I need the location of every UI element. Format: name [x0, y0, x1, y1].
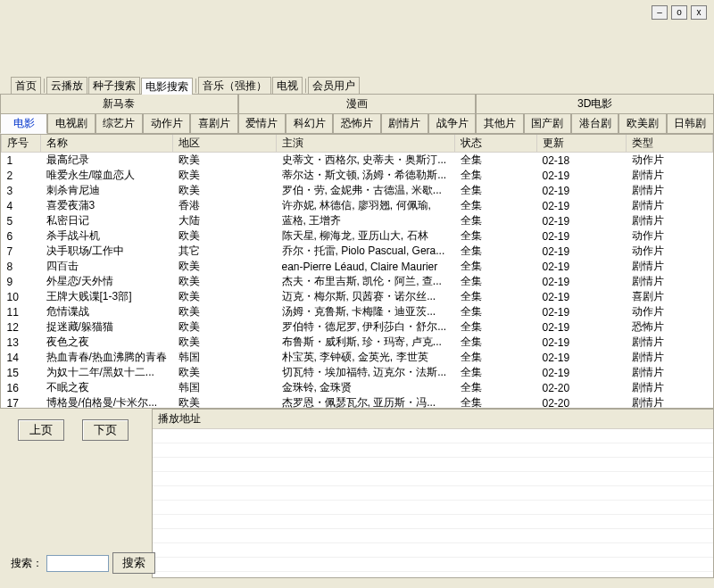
- cell: 11: [2, 304, 41, 319]
- category-tab-10[interactable]: 其他片: [476, 114, 523, 134]
- cell: 02-19: [537, 289, 627, 304]
- close-button[interactable]: x: [691, 5, 707, 20]
- main-tab-4[interactable]: 音乐（强推）: [198, 77, 271, 94]
- play-url-list[interactable]: [153, 429, 713, 577]
- table-row[interactable]: 7决手职场/工作中其它乔尔・托雷, Piolo Pascual, Gera...…: [2, 244, 713, 259]
- cell: 欧美: [173, 304, 277, 319]
- col-header-4[interactable]: 状态: [455, 135, 537, 153]
- cell: 动作片: [627, 304, 713, 319]
- cell: 欧美: [173, 228, 277, 244]
- category-tab-1[interactable]: 电视剧: [47, 114, 95, 134]
- cell: 动作片: [627, 228, 713, 244]
- table-row[interactable]: 17博格曼/伯格曼/卡米尔...欧美杰罗恩・佩瑟瓦尔, 亚历斯・冯...全集02…: [2, 395, 713, 409]
- cell: 欧美: [173, 395, 277, 409]
- category-tab-0[interactable]: 电影: [0, 114, 47, 134]
- cell: 王牌大贱谍[1-3部]: [41, 289, 173, 304]
- main-tab-1[interactable]: 云播放: [46, 77, 87, 94]
- table-row[interactable]: 10王牌大贱谍[1-3部]欧美迈克・梅尔斯, 贝茜赛・诺尔丝...全集02-19…: [2, 289, 713, 304]
- cell: 全集: [455, 198, 537, 213]
- cell: 02-18: [537, 153, 627, 169]
- category-header-1[interactable]: 漫画: [238, 95, 477, 114]
- table-row[interactable]: 16不眠之夜韩国金珠铃, 金珠贤全集02-20剧情片: [2, 380, 713, 395]
- minimize-button[interactable]: –: [652, 5, 668, 20]
- cell: 全集: [455, 335, 537, 350]
- table-row[interactable]: 9外星恋/天外情欧美杰夫・布里吉斯, 凯伦・阿兰, 查...全集02-19剧情片: [2, 274, 713, 289]
- table-row[interactable]: 6杀手战斗机欧美陈天星, 柳海龙, 亚历山大, 石林全集02-19动作片: [2, 228, 713, 244]
- cell: 02-19: [537, 244, 627, 259]
- category-tab-6[interactable]: 科幻片: [286, 114, 333, 134]
- cell: 全集: [455, 395, 537, 409]
- cell: 全集: [455, 259, 537, 274]
- category-tab-13[interactable]: 欧美剧: [619, 114, 666, 134]
- category-header-0[interactable]: 新马泰: [0, 95, 238, 114]
- table-row[interactable]: 1最高纪录欧美史蒂文・西格尔, 史蒂夫・奥斯汀...全集02-18动作片: [2, 153, 713, 169]
- table-row[interactable]: 11危情谍战欧美汤姆・克鲁斯, 卡梅隆・迪亚茨...全集02-19动作片: [2, 304, 713, 319]
- cell: 1: [2, 153, 41, 169]
- cell: 02-19: [537, 228, 627, 244]
- next-page-button[interactable]: 下页: [82, 419, 129, 441]
- category-tab-11[interactable]: 国产剧: [524, 114, 571, 134]
- cell: 许亦妮, 林德信, 廖羽翘, 何佩瑜,: [277, 198, 455, 213]
- category-tab-12[interactable]: 港台剧: [571, 114, 619, 134]
- category-tab-2[interactable]: 综艺片: [95, 114, 143, 134]
- category-tab-14[interactable]: 日韩剧: [667, 114, 714, 134]
- cell: 刺杀肯尼迪: [41, 183, 173, 198]
- cell: 欧美: [173, 274, 277, 289]
- category-tab-8[interactable]: 剧情片: [381, 114, 428, 134]
- category-tab-5[interactable]: 爱情片: [238, 114, 286, 134]
- cell: 02-19: [537, 365, 627, 380]
- col-header-0[interactable]: 序号: [2, 135, 41, 153]
- main-tab-0[interactable]: 首页: [11, 77, 41, 94]
- play-url-label: 播放地址: [153, 410, 713, 429]
- cell: 切瓦特・埃加福特, 迈克尔・法斯...: [277, 365, 455, 380]
- table-row[interactable]: 3刺杀肯尼迪欧美罗伯・劳, 金妮弗・古德温, 米歇...全集02-19剧情片: [2, 183, 713, 198]
- cell: 大陆: [173, 213, 277, 228]
- cell: 香港: [173, 198, 277, 213]
- col-header-5[interactable]: 更新: [537, 135, 627, 153]
- category-tab-4[interactable]: 喜剧片: [190, 114, 237, 134]
- cell: 全集: [455, 289, 537, 304]
- cell: 决手职场/工作中: [41, 244, 173, 259]
- cell: 02-20: [537, 380, 627, 395]
- cell: 杀手战斗机: [41, 228, 173, 244]
- cell: 全集: [455, 304, 537, 319]
- col-header-3[interactable]: 主演: [277, 135, 455, 153]
- main-tab-2[interactable]: 种子搜索: [88, 77, 140, 94]
- category-tab-9[interactable]: 战争片: [428, 114, 476, 134]
- main-tab-6[interactable]: 会员用户: [308, 77, 360, 94]
- cell: 为奴十二年/黑奴十二...: [41, 365, 173, 380]
- cell: 喜爱夜蒲3: [41, 198, 173, 213]
- maximize-button[interactable]: o: [671, 5, 687, 20]
- cell: 剧情片: [627, 335, 713, 350]
- search-button[interactable]: 搜索: [112, 552, 155, 574]
- cell: 14: [2, 350, 41, 365]
- search-input[interactable]: [46, 555, 109, 572]
- table-row[interactable]: 8四百击欧美ean-Pierre Léaud, Claire Maurier全集…: [2, 259, 713, 274]
- table-row[interactable]: 13夜色之夜欧美布鲁斯・威利斯, 珍・玛寄, 卢克...全集02-19剧情片: [2, 335, 713, 350]
- main-tab-5[interactable]: 电视: [272, 77, 303, 94]
- col-header-6[interactable]: 类型: [627, 135, 713, 153]
- col-header-1[interactable]: 名称: [41, 135, 173, 153]
- table-row[interactable]: 2唯爱永生/噬血恋人欧美蒂尔达・斯文顿, 汤姆・希德勒斯...全集02-19剧情…: [2, 168, 713, 183]
- prev-page-button[interactable]: 上页: [18, 419, 64, 441]
- col-header-2[interactable]: 地区: [173, 135, 277, 153]
- cell: 全集: [455, 153, 537, 169]
- table-row[interactable]: 12捉迷藏/躲猫猫欧美罗伯特・德尼罗, 伊利莎白・舒尔...全集02-19恐怖片: [2, 319, 713, 335]
- cell: 热血青春/热血沸腾的青春: [41, 350, 173, 365]
- cell: 金珠铃, 金珠贤: [277, 380, 455, 395]
- category-tab-7[interactable]: 恐怖片: [333, 114, 380, 134]
- cell: 全集: [455, 350, 537, 365]
- table-row[interactable]: 4喜爱夜蒲3香港许亦妮, 林德信, 廖羽翘, 何佩瑜,全集02-19剧情片: [2, 198, 713, 213]
- cell: 私密日记: [41, 213, 173, 228]
- cell: 蒂尔达・斯文顿, 汤姆・希德勒斯...: [277, 168, 455, 183]
- table-row[interactable]: 14热血青春/热血沸腾的青春韩国朴宝英, 李钟硕, 金英光, 李世英全集02-1…: [2, 350, 713, 365]
- cell: 恐怖片: [627, 319, 713, 335]
- cell: 全集: [455, 365, 537, 380]
- category-tab-3[interactable]: 动作片: [143, 114, 190, 134]
- table-row[interactable]: 5私密日记大陆蓝格, 王增齐全集02-19剧情片: [2, 213, 713, 228]
- category-header-2[interactable]: 3D电影: [476, 95, 714, 114]
- cell: 15: [2, 365, 41, 380]
- main-tab-3[interactable]: 电影搜索: [141, 78, 193, 95]
- table-row[interactable]: 15为奴十二年/黑奴十二...欧美切瓦特・埃加福特, 迈克尔・法斯...全集02…: [2, 365, 713, 380]
- cell: 欧美: [173, 153, 277, 169]
